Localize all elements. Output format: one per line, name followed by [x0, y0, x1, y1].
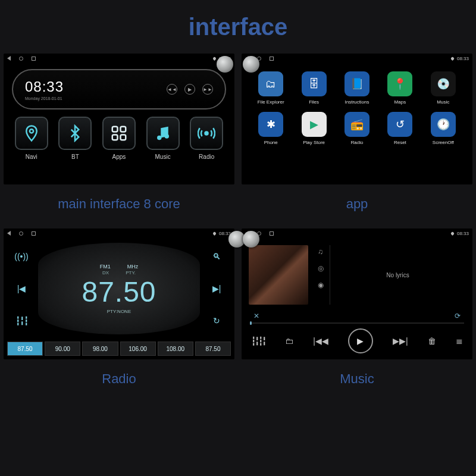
main-btn-apps[interactable]: Apps [101, 117, 137, 160]
app-phone[interactable]: ✱Phone [251, 112, 290, 145]
preset-5[interactable]: 108.00 [158, 342, 193, 356]
note-icon [146, 117, 180, 150]
radio-eq-icon[interactable]: ┇╏┇ [15, 316, 28, 325]
shuffle-icon[interactable]: ✕ [253, 312, 259, 320]
svg-rect-2 [120, 127, 126, 132]
app-instructions[interactable]: 📘Instructions [337, 71, 377, 105]
apps-screen: 08:33 🗂File Explorer🗄Files📘Instructions📍… [242, 54, 472, 184]
main-btn-music[interactable]: Music [145, 117, 181, 160]
lyrics-pane: No lyrics [330, 245, 465, 305]
app-music[interactable]: 💿Music [424, 71, 463, 105]
knob-apps[interactable] [243, 56, 259, 73]
radio-band: FM1 [100, 264, 111, 270]
caption-apps: app [238, 184, 476, 228]
app-maps[interactable]: 📍Maps [380, 71, 419, 105]
repeat-icon[interactable]: ⟳ [455, 312, 461, 320]
preset-6[interactable]: 87.50 [195, 342, 231, 356]
pill-media: ◄◄ ▶ ►► [167, 84, 213, 95]
radio-frequency: 87.50 [82, 278, 156, 306]
music-note-icon[interactable]: ♫ [318, 248, 324, 256]
nav-home-icon[interactable] [19, 231, 23, 236]
pill-prev-icon[interactable]: ◄◄ [167, 84, 177, 95]
pill-play-icon[interactable]: ▶ [184, 84, 195, 95]
nav-back-icon[interactable] [7, 56, 11, 61]
app-label: File Explorer [258, 99, 284, 105]
radio-ta-icon[interactable]: ((•)) [14, 252, 29, 261]
app-screenoff[interactable]: 🕐ScreenOff [424, 112, 463, 145]
main-btn-navi[interactable]: Navi [13, 117, 50, 160]
nav-recent-icon[interactable] [270, 57, 274, 61]
app-icon: ▶ [302, 112, 327, 137]
statusbar: 08:33 [242, 54, 472, 63]
music-album-icon[interactable]: ◉ [318, 281, 324, 289]
app-icon: 📻 [345, 112, 369, 137]
playlist-icon[interactable]: ≣ [456, 336, 463, 346]
pill-next-icon[interactable]: ►► [202, 84, 213, 95]
progress-bar[interactable] [250, 322, 464, 324]
radio-loop-icon[interactable]: ↻ [213, 316, 220, 325]
main-btn-bt[interactable]: BT [57, 117, 93, 160]
statusbar: 08:33 [242, 228, 472, 238]
app-radio[interactable]: 📻Radio [337, 112, 377, 145]
clock-widget: 08:33 Monday 2018-01-01 ◄◄ ▶ ►► [12, 69, 226, 109]
app-play-store[interactable]: ▶Play Store [294, 112, 333, 145]
main-btn-radio[interactable]: Radio [188, 117, 225, 160]
preset-2[interactable]: 90.00 [45, 342, 80, 356]
radio-prev-icon[interactable]: |◀ [17, 284, 26, 293]
app-reset[interactable]: ↺Reset [380, 112, 419, 145]
radio-dx: DX [102, 270, 109, 275]
statusbar: 08:33 [4, 228, 234, 238]
app-label: Reset [394, 140, 406, 145]
main-btn-label: Radio [199, 154, 214, 160]
svg-rect-4 [120, 135, 126, 140]
knob-music[interactable] [243, 231, 259, 248]
caption-main: main interface 8 core [0, 184, 238, 228]
grid-icon [102, 117, 136, 150]
gps-icon [450, 231, 455, 235]
statusbar: 08:33 [4, 54, 234, 63]
preset-4[interactable]: 106.00 [120, 342, 156, 356]
svg-rect-3 [112, 135, 118, 140]
svg-point-0 [30, 129, 33, 133]
album-art [249, 245, 308, 305]
delete-icon[interactable]: 🗑 [428, 336, 436, 346]
preset-1[interactable]: 87.50 [7, 342, 43, 356]
app-label: Phone [264, 140, 278, 145]
clock-time: 08:33 [25, 79, 64, 95]
app-icon: 🕐 [431, 112, 456, 137]
radio-icon [190, 117, 223, 150]
app-icon: 🗂 [258, 71, 283, 96]
eq-icon[interactable]: ┇╏┇╏ [251, 336, 265, 346]
app-files[interactable]: 🗄Files [294, 71, 333, 105]
radio-display: FM1 MHz DX PTY. 87.50 PTY:NONE [38, 243, 200, 334]
svg-point-6 [164, 134, 169, 139]
nav-recent-icon[interactable] [32, 231, 36, 236]
app-label: Instructions [345, 99, 369, 105]
radio-screen: 08:33 ((•)) |◀ ┇╏┇ FM1 MHz DX PTY. [4, 228, 234, 359]
main-btn-label: Music [155, 154, 171, 160]
main-screen: 08:33 08:33 Monday 2018-01-01 ◄◄ ▶ ►► Na… [4, 54, 234, 184]
play-button[interactable]: ▶ [348, 328, 373, 353]
knob-main[interactable] [217, 56, 233, 73]
prev-track-icon[interactable]: |◀◀ [313, 336, 328, 346]
gps-icon [212, 231, 217, 235]
panel-main: 08:33 08:33 Monday 2018-01-01 ◄◄ ▶ ►► Na… [0, 54, 238, 228]
nav-back-icon[interactable] [7, 231, 11, 236]
radio-pty: PTY:NONE [107, 309, 131, 314]
page-title: interface [0, 0, 476, 54]
app-label: ScreenOff [433, 140, 454, 145]
app-file-explorer[interactable]: 🗂File Explorer [251, 71, 290, 105]
svg-rect-1 [112, 127, 118, 132]
app-label: Files [309, 99, 319, 105]
panel-music: 08:33 ♫ ◎ ◉ No lyrics ✕ ⟳ ┇╏┇╏ 🗀 |◀◀ [238, 228, 476, 403]
nav-recent-icon[interactable] [32, 57, 36, 61]
nav-recent-icon[interactable] [270, 231, 274, 236]
preset-3[interactable]: 98.00 [82, 342, 118, 356]
folder-icon[interactable]: 🗀 [285, 336, 293, 346]
music-artist-icon[interactable]: ◎ [318, 264, 324, 273]
app-icon: ↺ [387, 112, 412, 137]
radio-next-icon[interactable]: ▶| [212, 284, 221, 293]
nav-home-icon[interactable] [19, 57, 23, 61]
next-track-icon[interactable]: ▶▶| [393, 336, 408, 346]
radio-search-icon[interactable]: 🔍︎ [212, 252, 221, 261]
